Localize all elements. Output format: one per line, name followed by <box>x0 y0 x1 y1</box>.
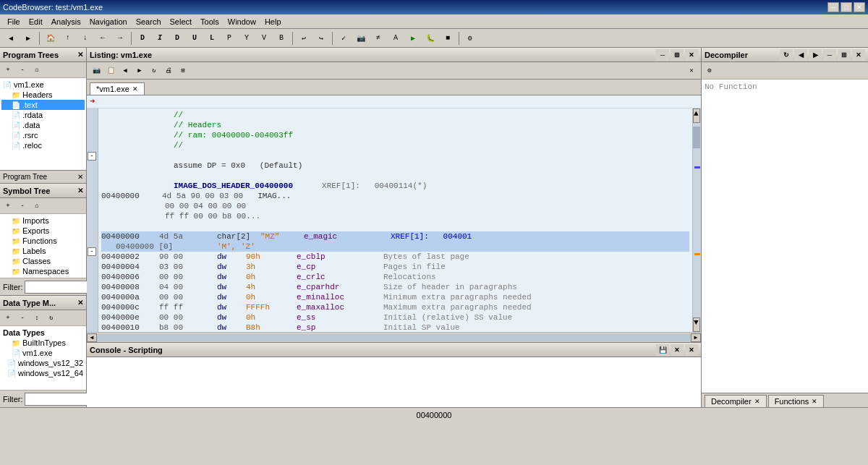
menu-navigation[interactable]: Navigation <box>85 16 132 27</box>
hscroll-track[interactable] <box>97 334 691 341</box>
listing-min-btn[interactable]: ─ <box>656 49 669 61</box>
decompiler-expand-btn[interactable]: ⊞ <box>838 49 851 61</box>
tree-item-vm1exe[interactable]: 📄 vm1.exe <box>1 80 85 90</box>
lst-expand[interactable]: ⊞ <box>176 65 190 77</box>
maximize-button[interactable]: □ <box>841 2 852 12</box>
listing-row-ess[interactable]: 0040000e 00 00 dw 0h e_ss Initial (relat… <box>101 312 689 323</box>
sym-functions[interactable]: 📁 Functions <box>1 236 85 246</box>
listing-row-ecparhdr[interactable]: 00400008 04 00 dw 4h e_cparhdr Size of h… <box>101 282 689 292</box>
decompiler-tab-functions[interactable]: Functions ✕ <box>768 395 825 407</box>
lst-nav-back[interactable]: ◀ <box>119 65 132 77</box>
dtm-windows64[interactable]: 📄 windows_vs12_64 <box>1 368 85 378</box>
tree-item-reloc[interactable]: 📄 .reloc <box>1 140 85 150</box>
decompiler-min-btn[interactable]: ─ <box>823 49 836 61</box>
make-dword-btn[interactable]: D <box>169 31 185 46</box>
listing-close-btn[interactable]: ✕ <box>685 49 698 61</box>
listing-main[interactable]: // // Headers // ram: 00400000-004003ff … <box>98 108 692 332</box>
collapse-marker-2[interactable]: - <box>87 247 98 256</box>
tree-item-headers[interactable]: 📁 Headers <box>1 90 85 100</box>
sym-btn2[interactable]: - <box>16 200 29 212</box>
nav-up[interactable]: ↑ <box>60 31 76 46</box>
back-button[interactable]: ◀ <box>3 31 19 46</box>
lst-copy-btn[interactable]: 📋 <box>104 65 117 77</box>
dtm-windows32[interactable]: 📄 windows_vs12_32 <box>1 358 85 368</box>
bookmark-btn[interactable]: ✓ <box>336 31 352 46</box>
listing-row-ecrlc[interactable]: 00400006 00 00 dw 0h e_crlc Relocations <box>101 272 689 282</box>
menu-search[interactable]: Search <box>132 16 166 27</box>
dtm-close[interactable]: ✕ <box>77 299 83 307</box>
tool-square[interactable]: ■ <box>440 31 456 46</box>
func-tab-close[interactable]: ✕ <box>812 398 817 405</box>
horizontal-scrollbar[interactable]: ◀ ▶ <box>87 332 701 342</box>
sym-btn3[interactable]: ⌂ <box>30 200 43 212</box>
menu-help[interactable]: Help <box>260 16 286 27</box>
menu-file[interactable]: File <box>3 16 25 27</box>
tool-p[interactable]: P <box>221 31 237 46</box>
tree-collapse-btn[interactable]: - <box>16 64 29 76</box>
tool-a[interactable]: A <box>388 31 404 46</box>
dtm-btn1[interactable]: + <box>1 312 14 324</box>
sym-imports[interactable]: 📁 Imports <box>1 216 85 226</box>
sym-btn1[interactable]: + <box>1 200 14 212</box>
menu-edit[interactable]: Edit <box>25 16 47 27</box>
dec-tab-close[interactable]: ✕ <box>754 398 760 405</box>
nav-down[interactable]: ↓ <box>77 31 93 46</box>
console-save-btn[interactable]: 💾 <box>656 344 669 356</box>
hscroll-right[interactable]: ▶ <box>691 333 701 342</box>
make-float-btn[interactable]: U <box>187 31 203 46</box>
dtm-datatypes[interactable]: Data Types <box>1 328 85 338</box>
listing-row-esp[interactable]: 00400010 b8 00 dw B8h e_sp Initial SP va… <box>101 323 689 332</box>
sym-namespaces[interactable]: 📁 Namespaces <box>1 266 85 276</box>
decompiler-nav-fwd[interactable]: ▶ <box>809 49 822 61</box>
listing-row-emagic[interactable]: 00400000 4d 5a char[2] "MZ" e_magic XREF… <box>101 231 689 242</box>
tool-v[interactable]: V <box>256 31 272 46</box>
listing-row-eminalloc[interactable]: 0040000a 00 00 dw 0h e_minalloc Minimum … <box>101 292 689 302</box>
program-tree-footer-close[interactable]: ✕ <box>77 173 83 181</box>
nav-left[interactable]: ← <box>95 31 111 46</box>
undo-btn[interactable]: ↩ <box>296 31 312 46</box>
scrollbar-down-arrow[interactable]: ▼ <box>693 317 700 332</box>
snapshot-btn[interactable]: 📷 <box>353 31 369 46</box>
console-clear-btn[interactable]: ✕ <box>671 344 684 356</box>
tree-expand-btn[interactable]: + <box>1 64 14 76</box>
listing-content[interactable]: - - // // Headers // ram: 00400000-00400… <box>87 108 701 332</box>
collapse-marker-1[interactable]: - <box>87 152 98 161</box>
redo-btn[interactable]: ↪ <box>313 31 329 46</box>
tool-extra1[interactable]: ⚙ <box>462 31 478 46</box>
dtm-btn2[interactable]: - <box>16 312 29 324</box>
tree-item-rdata[interactable]: 📄 .rdata <box>1 110 85 120</box>
dtm-builtin[interactable]: 📁 BuiltInTypes <box>1 338 85 348</box>
listing-row-ecp[interactable]: 00400004 03 00 dw 3h e_cp Pages in file <box>101 262 689 272</box>
nav-right[interactable]: → <box>112 31 128 46</box>
lst-refresh[interactable]: ↻ <box>148 65 161 77</box>
lst-nav-fwd[interactable]: ▶ <box>133 65 146 77</box>
dtm-vm1exe[interactable]: 📄 vm1.exe <box>1 348 85 358</box>
listing-nav-btn[interactable]: ⊞ <box>671 49 684 61</box>
tool-y[interactable]: Y <box>239 31 255 46</box>
sym-exports[interactable]: 📁 Exports <box>1 226 85 236</box>
decompiler-nav-back[interactable]: ◀ <box>794 49 807 61</box>
disassemble-btn[interactable]: D <box>135 31 150 46</box>
run-script-btn[interactable]: ▶ <box>405 31 421 46</box>
hscroll-left[interactable]: ◀ <box>87 333 97 342</box>
dtm-refresh-btn[interactable]: ↻ <box>45 312 58 324</box>
menu-window[interactable]: Window <box>224 16 260 27</box>
minimize-button[interactable]: ─ <box>827 2 839 12</box>
scrollbar-up-arrow[interactable]: ▲ <box>693 108 700 123</box>
console-close-btn[interactable]: ✕ <box>685 344 698 356</box>
sym-classes[interactable]: 📁 Classes <box>1 256 85 266</box>
decompiler-close-btn[interactable]: ✕ <box>852 49 865 61</box>
scrollbar-thumb[interactable] <box>693 127 700 148</box>
decompiler-refresh-btn[interactable]: ↻ <box>780 49 793 61</box>
forward-button[interactable]: ▶ <box>20 31 36 46</box>
listing-scrollbar[interactable]: ▲ ▼ <box>692 108 701 332</box>
debug-btn[interactable]: 🐛 <box>422 31 438 46</box>
dec-tool1[interactable]: ⚙ <box>703 65 716 77</box>
tree-item-rsrc[interactable]: 📄 .rsrc <box>1 130 85 140</box>
menu-tools[interactable]: Tools <box>196 16 224 27</box>
sym-labels[interactable]: 📁 Labels <box>1 246 85 256</box>
make-byte-btn[interactable]: I <box>152 31 168 46</box>
menu-select[interactable]: Select <box>166 16 197 27</box>
tree-item-data[interactable]: 📄 .data <box>1 120 85 130</box>
listing-tab-vm1-close[interactable]: ✕ <box>132 85 138 93</box>
